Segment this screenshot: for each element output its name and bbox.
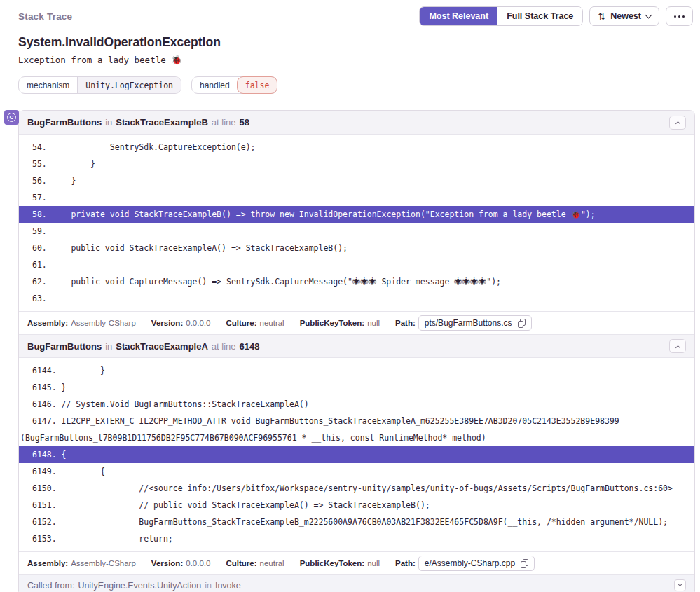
- stack-view-toggle: Most Relevant Full Stack Trace: [419, 6, 583, 26]
- frame-line-number: 6148: [240, 341, 260, 352]
- csharp-platform-icon: C: [4, 110, 19, 125]
- most-relevant-button[interactable]: Most Relevant: [420, 7, 497, 25]
- culture-value: neutral: [260, 559, 284, 567]
- exception-title: System.InvalidOperationException: [18, 35, 682, 50]
- frame-module: BugFarmButtons: [27, 117, 102, 128]
- sort-dropdown[interactable]: ⇅ Newest: [589, 6, 659, 26]
- expand-called-from-button[interactable]: [674, 579, 686, 591]
- frame-atline-label: at line: [212, 341, 236, 352]
- code-line: 57.: [19, 189, 694, 206]
- sort-value: Newest: [610, 11, 641, 21]
- called-from-function: Invoke: [215, 581, 241, 591]
- code-line: 59.: [19, 223, 694, 240]
- tag-value: Unity.LogException: [77, 77, 181, 93]
- ellipsis-icon: [674, 15, 685, 18]
- frame-in-label: in: [105, 117, 112, 128]
- tags-row: mechanism Unity.LogException handled fal…: [18, 76, 682, 94]
- code-line: 6151. // public void StackTraceExampleA(…: [19, 497, 694, 514]
- frame-in-label: in: [105, 341, 112, 352]
- full-stack-trace-button[interactable]: Full Stack Trace: [497, 7, 582, 25]
- stack-frame: BugFarmButtons in StackTraceExampleA at …: [19, 334, 694, 574]
- frame-header[interactable]: BugFarmButtons in StackTraceExampleB at …: [19, 111, 694, 135]
- code-line-highlighted: 6148. {: [19, 446, 694, 463]
- tag-key: mechanism: [19, 77, 77, 93]
- called-from-module: UnityEngine.Events.UnityAction: [78, 581, 201, 591]
- code-context: 6144. } 6145. } 6146. // System.Void Bug…: [19, 358, 694, 551]
- called-from-in-label: in: [205, 581, 212, 591]
- code-line: 6149. {: [19, 463, 694, 480]
- publickeytoken-value: null: [367, 559, 380, 567]
- called-from-bar: Called from: UnityEngine.Events.UnityAct…: [19, 574, 694, 592]
- more-options-button[interactable]: [666, 6, 693, 26]
- culture-value: neutral: [260, 319, 284, 327]
- chevron-up-icon: [675, 121, 680, 126]
- code-line: 6146. // System.Void BugFarmButtons::Sta…: [19, 396, 694, 413]
- frame-module: BugFarmButtons: [27, 341, 102, 352]
- chevron-up-icon: [675, 345, 680, 350]
- version-value: 0.0.0.0: [186, 319, 210, 327]
- code-line: 60. public void StackTraceExampleA() => …: [19, 240, 694, 256]
- toolbar: Most Relevant Full Stack Trace ⇅ Newest: [419, 6, 693, 26]
- code-line: 61.: [19, 256, 694, 273]
- code-line: 54. SentrySdk.CaptureException(e);: [19, 139, 694, 156]
- collapse-frame-button[interactable]: [669, 339, 686, 353]
- assembly-value: Assembly-CSharp: [71, 319, 136, 327]
- code-line: 62. public void CaptureMessage() => Sent…: [19, 273, 694, 290]
- assembly-value: Assembly-CSharp: [71, 559, 136, 567]
- code-line-highlighted: 58. private void StackTraceExampleB() =>…: [19, 206, 694, 223]
- tag-key: handled: [192, 77, 238, 93]
- code-line: 6144. }: [19, 362, 694, 379]
- frame-atline-label: at line: [212, 117, 236, 128]
- frame-meta: Assembly:Assembly-CSharp Version:0.0.0.0…: [19, 311, 694, 334]
- section-heading: Stack Trace: [18, 11, 72, 22]
- code-context: 54. SentrySdk.CaptureException(e); 55. }…: [19, 135, 694, 311]
- frame-function: StackTraceExampleA: [116, 341, 208, 352]
- tag-value: false: [237, 76, 278, 94]
- version-value: 0.0.0.0: [186, 559, 210, 567]
- frame-header[interactable]: BugFarmButtons in StackTraceExampleA at …: [19, 334, 694, 358]
- tag-mechanism: mechanism Unity.LogException: [18, 76, 181, 94]
- top-bar: Stack Trace Most Relevant Full Stack Tra…: [0, 0, 700, 26]
- code-line: 56. }: [19, 172, 694, 189]
- copy-icon[interactable]: [521, 559, 528, 568]
- code-line: 6153. return;: [19, 530, 694, 547]
- tag-handled: handled false: [191, 76, 277, 94]
- frame-line-number: 58: [240, 117, 249, 128]
- path-value: e/Assembly-CSharp.cpp: [418, 556, 535, 571]
- frame-function: StackTraceExampleB: [116, 117, 208, 128]
- exception-message: Exception from a lady beetle 🐞: [18, 55, 682, 65]
- chevron-down-icon: [645, 11, 652, 18]
- collapse-frame-button[interactable]: [669, 116, 686, 130]
- path-value: pts/BugFarmButtons.cs: [418, 315, 532, 331]
- code-line: 6145. }: [19, 379, 694, 396]
- code-line-wrapped: 6147. IL2CPP_EXTERN_C IL2CPP_METHOD_ATTR…: [19, 413, 694, 446]
- code-line: 6152. BugFarmButtons_StackTraceExampleB_…: [19, 514, 694, 530]
- frame-meta: Assembly:Assembly-CSharp Version:0.0.0.0…: [19, 551, 694, 574]
- code-line: 6150. //<source_info:/Users/bitfox/Works…: [19, 480, 694, 497]
- sort-arrows-icon: ⇅: [598, 11, 605, 22]
- stack-trace-panel: C BugFarmButtons in StackTraceExampleB a…: [18, 110, 695, 592]
- copy-icon[interactable]: [518, 319, 526, 328]
- stack-frame: BugFarmButtons in StackTraceExampleB at …: [19, 111, 694, 334]
- publickeytoken-value: null: [367, 319, 380, 327]
- chevron-down-icon: [678, 581, 682, 586]
- called-from-label: Called from:: [27, 581, 74, 591]
- code-line: 55. }: [19, 156, 694, 172]
- code-line: 63.: [19, 290, 694, 307]
